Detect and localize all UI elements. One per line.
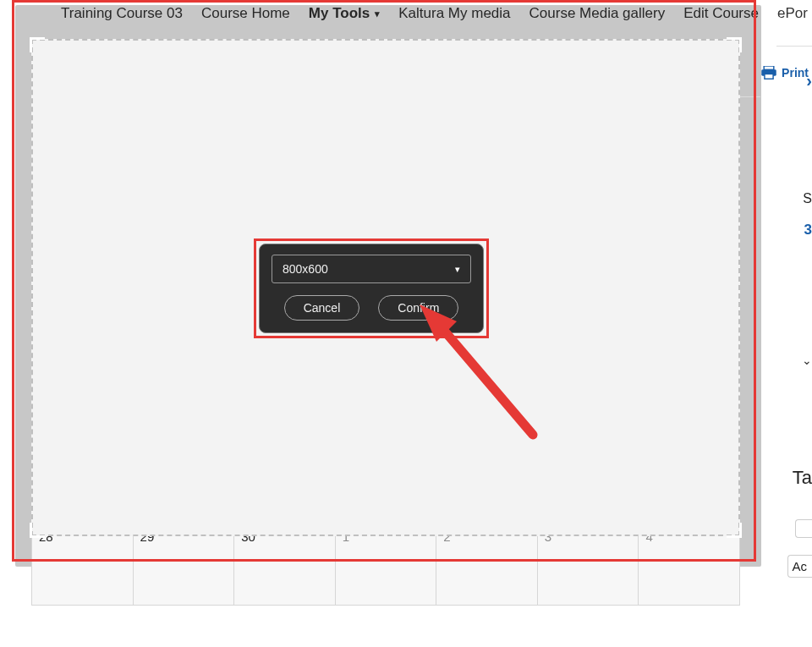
dialog-buttons: Cancel Confirm	[272, 295, 471, 321]
resolution-select-value: 800x600	[283, 262, 328, 276]
chevron-down-icon: ▾	[455, 264, 460, 275]
crop-corner-tl	[30, 37, 45, 52]
sidebar-tasks-heading-clip: Ta	[793, 467, 812, 489]
chevron-down-icon[interactable]: ⌄	[802, 354, 812, 367]
resolution-select[interactable]: 800x600 ▾	[272, 255, 471, 283]
nav-eportfolio[interactable]: ePor	[777, 5, 808, 22]
sidebar-heading-clip: S	[803, 191, 812, 206]
chevron-right-icon[interactable]: ›	[806, 71, 812, 90]
sidebar-action-clip[interactable]: Ac	[787, 555, 812, 578]
sidebar-input-clip[interactable]	[795, 519, 812, 538]
svg-rect-0	[764, 66, 774, 69]
divider	[776, 46, 812, 47]
crop-corner-bl	[30, 523, 45, 538]
print-icon	[761, 66, 776, 80]
crop-corner-tr	[727, 37, 742, 52]
cancel-button[interactable]: Cancel	[284, 295, 360, 321]
crop-corner-br	[727, 523, 742, 538]
print-label: Print	[782, 66, 809, 80]
print-link[interactable]: Print	[761, 66, 809, 80]
svg-rect-2	[765, 74, 773, 79]
sidebar-number-clip[interactable]: 3	[804, 222, 812, 239]
resolution-dialog: 800x600 ▾ Cancel Confirm	[259, 244, 484, 333]
confirm-button[interactable]: Confirm	[378, 295, 458, 321]
